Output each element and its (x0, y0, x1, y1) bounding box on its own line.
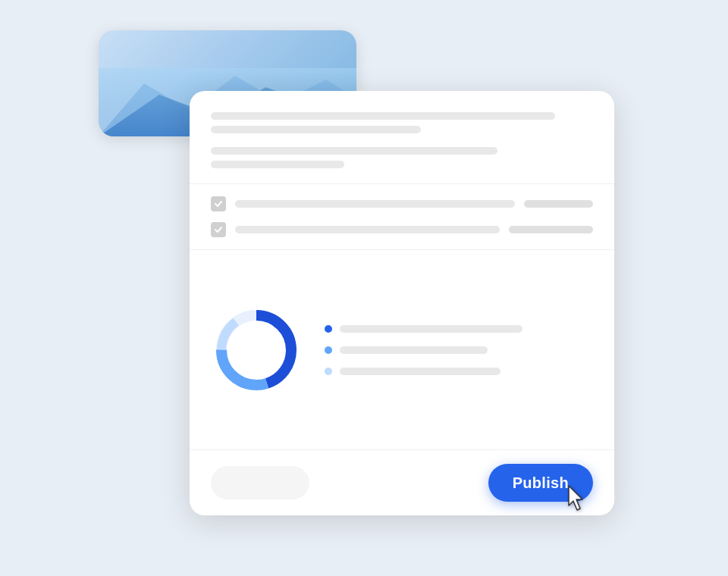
chart-section (190, 250, 614, 450)
checkbox-row-1 (211, 196, 593, 211)
skeleton-line (211, 161, 344, 168)
legend-label-2 (340, 346, 488, 354)
cursor-pointer-icon (566, 484, 590, 517)
main-panel: Publish (190, 91, 614, 515)
legend-item-3 (325, 368, 593, 375)
skeleton-line (211, 147, 497, 155)
secondary-button[interactable] (211, 466, 309, 499)
checkbox-row-2 (211, 222, 593, 237)
chart-legend (325, 325, 593, 375)
skeleton-line (211, 126, 421, 133)
checkbox-tag-2 (509, 226, 593, 233)
scene: Publish (99, 30, 629, 546)
legend-item-1 (325, 325, 593, 333)
checkbox-line-2 (235, 226, 500, 233)
checkbox-tag-1 (524, 200, 593, 208)
legend-dot-2 (325, 346, 332, 354)
checkbox-section (190, 184, 614, 250)
legend-dot-1 (325, 325, 332, 333)
legend-item-2 (325, 346, 593, 354)
line-group-1 (211, 112, 593, 133)
footer-section: Publish (190, 450, 614, 515)
top-lines-section (190, 91, 614, 184)
donut-chart (211, 305, 302, 396)
legend-label-1 (340, 325, 522, 333)
skeleton-line (211, 112, 555, 120)
legend-dot-3 (325, 368, 332, 375)
legend-label-3 (340, 368, 500, 375)
checkbox-line-1 (235, 200, 515, 208)
checkbox-2[interactable] (211, 222, 226, 237)
checkbox-1[interactable] (211, 196, 226, 211)
line-group-2 (211, 147, 593, 168)
